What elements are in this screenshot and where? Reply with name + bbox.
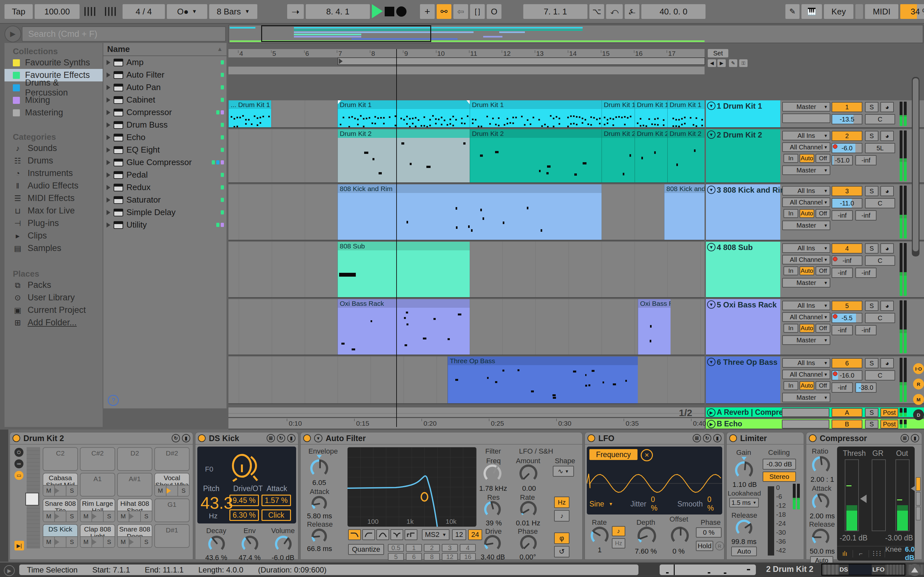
- clip[interactable]: Three Op Bass: [447, 356, 638, 403]
- sidebar-item-current-project[interactable]: ▣Current Project: [5, 304, 103, 316]
- drum-pad-hihat-808-short[interactable]: Hihat 808 ShortMS: [117, 498, 152, 522]
- return-header-A[interactable]: ▶A Reverb | CompressorASPost: [706, 408, 924, 418]
- pad-mute-button[interactable]: M: [43, 486, 55, 496]
- solo-button[interactable]: S: [865, 131, 879, 141]
- output-chooser[interactable]: Master▼: [782, 102, 830, 111]
- disclosure-triangle-icon[interactable]: [107, 73, 110, 77]
- solo-button[interactable]: S: [865, 420, 879, 429]
- volume-field[interactable]: -5.5: [832, 313, 863, 323]
- lfo-shape-chooser[interactable]: ∿▼: [553, 466, 574, 477]
- play-button[interactable]: [372, 4, 383, 18]
- send-a-field[interactable]: -inf: [832, 382, 853, 393]
- disclosure-triangle-icon[interactable]: [107, 197, 110, 203]
- drive-knob[interactable]: [484, 535, 501, 552]
- track-activator[interactable]: 5: [832, 301, 863, 311]
- input-type-chooser[interactable]: All Ins▼: [782, 186, 830, 195]
- amount-value[interactable]: 0.00: [514, 484, 544, 493]
- quantize-4-button[interactable]: 4: [460, 544, 476, 552]
- fold-track-icon[interactable]: ▼: [707, 185, 716, 194]
- disclosure-triangle-icon[interactable]: [107, 85, 110, 90]
- attack-knob[interactable]: [812, 493, 829, 511]
- device-on-toggle[interactable]: [303, 434, 311, 442]
- monitor-off-button[interactable]: Off: [816, 266, 830, 276]
- disclosure-triangle-icon[interactable]: [107, 172, 110, 177]
- input-channel-chooser[interactable]: All Channel▼: [782, 370, 830, 379]
- arrangement-overview[interactable]: [228, 25, 923, 43]
- drum-pad-rim-large-hall[interactable]: Rim Large HallMS: [80, 498, 115, 522]
- output-chooser[interactable]: Master▼: [782, 221, 830, 230]
- filter-type-notch-button[interactable]: [391, 529, 403, 540]
- disclosure-triangle-icon[interactable]: [107, 135, 110, 140]
- pad-solo-button[interactable]: S: [103, 537, 115, 547]
- monitor-auto-button[interactable]: Auto: [800, 209, 814, 218]
- send-a-field[interactable]: -51.0: [832, 155, 853, 165]
- hot-swap-icon[interactable]: ↻: [172, 434, 180, 442]
- input-channel-chooser[interactable]: All Channel▼: [782, 142, 830, 152]
- draw-automation-icon[interactable]: ✎: [729, 59, 737, 67]
- attack-amount-field[interactable]: 1.57 %: [262, 495, 291, 506]
- drum-pad-d2[interactable]: D2: [117, 447, 152, 471]
- input-channel-chooser[interactable]: All Channel▼: [782, 197, 830, 207]
- rate-sync-button[interactable]: ♪: [554, 510, 569, 522]
- browser-item-auto-filter[interactable]: Auto Filter: [103, 69, 226, 81]
- tempo-field[interactable]: 100.00: [35, 4, 79, 19]
- sidebar-item-audio-effects[interactable]: ‖Audio Effects: [5, 179, 103, 192]
- output-chooser[interactable]: Master▼: [782, 165, 830, 175]
- next-locator-icon[interactable]: ▶: [717, 59, 726, 67]
- browser-collapse-icon[interactable]: ▶: [5, 26, 21, 42]
- device-title[interactable]: Drum Kit 2: [23, 434, 64, 443]
- pad-solo-button[interactable]: S: [103, 511, 115, 522]
- show-hide-device-view-icon[interactable]: [909, 564, 921, 576]
- info-icon[interactable]: ?: [108, 395, 119, 406]
- rate-hz-button[interactable]: Hz: [554, 496, 569, 508]
- hot-swap-icon[interactable]: ⊞: [901, 434, 909, 442]
- drum-pad-d-2[interactable]: D#2: [154, 447, 190, 471]
- pad-solo-button[interactable]: S: [66, 486, 78, 496]
- lock-envelopes-icon[interactable]: ⚿: [739, 59, 748, 67]
- device-strip[interactable]: [0, 430, 8, 562]
- arm-button[interactable]: ◕: [880, 186, 894, 196]
- follow-button[interactable]: ➝: [287, 4, 304, 19]
- time-ruler[interactable]: 0:100:150:200:250:300:350:40: [228, 417, 704, 428]
- pad-solo-button[interactable]: S: [141, 511, 152, 522]
- pad-solo-button[interactable]: S: [141, 537, 152, 547]
- send-b-field[interactable]: -inf: [855, 210, 877, 221]
- pad-mute-button[interactable]: M: [81, 511, 92, 522]
- clip[interactable]: Drum Kit 1: [667, 100, 704, 127]
- track-activator[interactable]: 2: [832, 131, 863, 141]
- attack-value[interactable]: 2.00 ms: [806, 512, 838, 520]
- device-title[interactable]: Limiter: [740, 434, 767, 443]
- track-header-1[interactable]: ▼1 Drum Kit 1Master▼1S◕-13.5C: [706, 100, 924, 128]
- sidebar-item-midi-effects[interactable]: ☰MIDI Effects: [5, 192, 103, 205]
- res-value[interactable]: 39 %: [478, 519, 510, 527]
- send-b-field[interactable]: -inf: [855, 155, 877, 165]
- browser-item-echo[interactable]: Echo: [103, 131, 226, 143]
- quantize-button[interactable]: Quantize: [348, 544, 384, 555]
- stereo-mode-button[interactable]: Stereo: [762, 472, 796, 482]
- clip[interactable]: ... Drum Kit 1: [228, 100, 271, 127]
- return-header-B[interactable]: ▶B EchoBSPost: [706, 419, 924, 430]
- clip[interactable]: Drum Kit 1: [635, 100, 667, 127]
- pad-solo-button[interactable]: S: [66, 511, 78, 522]
- pad-solo-button[interactable]: S: [66, 537, 78, 547]
- drum-pad-g1[interactable]: G1: [154, 498, 190, 522]
- pad-play-button[interactable]: [92, 511, 103, 522]
- back-to-arrangement-button[interactable]: ⇦: [453, 4, 468, 19]
- device-on-toggle[interactable]: [198, 434, 206, 442]
- clip[interactable]: Oxi Bass R: [638, 299, 670, 355]
- quantize-16-button[interactable]: 16: [460, 553, 476, 561]
- clip[interactable]: Drum Kit 2: [338, 129, 470, 182]
- search-input[interactable]: Search (Cmd + F): [22, 26, 226, 42]
- track-header-3[interactable]: ▼3 808 Kick and RimAll Ins▼All Channel▼I…: [706, 184, 924, 241]
- preview-icon[interactable]: ▶|: [15, 541, 24, 550]
- quantize-1-button[interactable]: 1: [406, 544, 422, 552]
- mixer-section-toggle-io[interactable]: I·O: [913, 363, 924, 374]
- browser-list-header[interactable]: Name▲: [103, 43, 226, 56]
- loop-brace[interactable]: [338, 57, 705, 65]
- monitor-off-button[interactable]: Off: [816, 154, 830, 163]
- ds-env-knob[interactable]: [242, 536, 258, 552]
- sidebar-item-plug-ins[interactable]: ⊣Plug-ins: [5, 217, 103, 229]
- track-header-5[interactable]: ▼5 Oxi Bass RackAll Ins▼All Channel▼InAu…: [706, 299, 924, 356]
- arm-button[interactable]: ◕: [880, 301, 894, 311]
- mixer-section-toggle-m[interactable]: M: [913, 394, 924, 405]
